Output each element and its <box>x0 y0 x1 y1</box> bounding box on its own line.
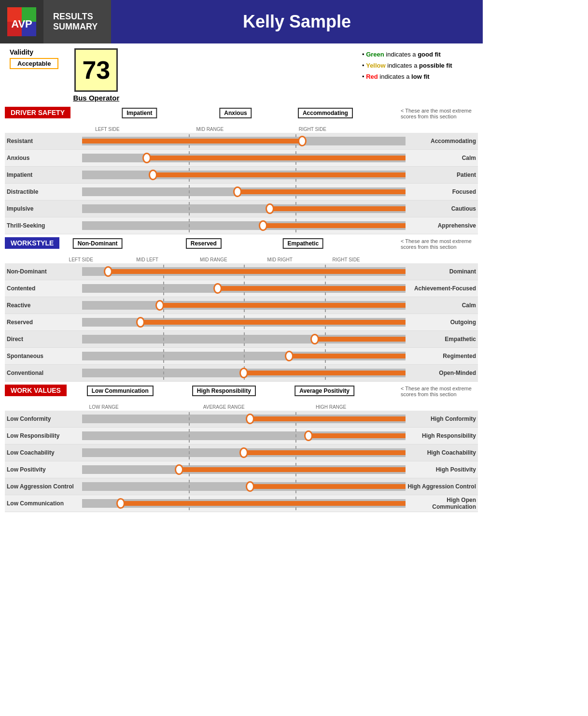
scale-header-label-2: Empathetic <box>282 238 323 249</box>
trait-row: DirectEmpathetic <box>5 331 478 348</box>
candidate-name-area: Kelly Sample <box>111 0 483 43</box>
red-label: Red <box>366 73 378 80</box>
scale-header-label-1: Reserved <box>186 238 222 249</box>
trait-left-label: Distractible <box>5 188 82 195</box>
trait-row: DistractibleFocused <box>5 184 478 200</box>
score-label: Bus Operator <box>73 94 119 102</box>
section-badge-driver_safety: DRIVER SAFETY <box>5 107 70 118</box>
trait-right-label: Empathetic <box>406 336 478 343</box>
scale-headers-driver_safety: ImpatientAnxiousAccommodatingLEFT SIDEMI… <box>75 107 396 132</box>
trait-row: AnxiousCalm <box>5 150 478 167</box>
extreme-note-driver_safety: < These are the most extreme scores from… <box>401 107 478 119</box>
sub-label: AVERAGE RANGE <box>203 404 245 410</box>
logo-area: AVP <box>0 0 43 43</box>
bar-area <box>82 185 406 199</box>
trait-left-label: Conventional <box>5 370 82 376</box>
yellow-label: Yellow <box>366 62 385 69</box>
trait-left-label: Low Communication <box>5 500 82 507</box>
trait-left-label: Reserved <box>5 319 82 326</box>
bar-area <box>82 429 406 443</box>
sub-label: MID RIGHT <box>267 257 293 262</box>
trait-right-label: Regimented <box>406 353 478 359</box>
trait-row: ResistantAccommodating <box>5 133 478 150</box>
trait-row: Low ResponsibilityHigh Responsibility <box>5 428 478 444</box>
section-work_values: WORK VALUESLow CommunicationHigh Respons… <box>5 385 478 512</box>
trait-row: Low CommunicationHigh Open Communication <box>5 495 478 512</box>
candidate-name: Kelly Sample <box>243 12 351 32</box>
trait-right-label: Apprehensive <box>406 222 478 229</box>
bar-area <box>82 463 406 476</box>
trait-left-label: Thrill-Seeking <box>5 222 82 229</box>
results-line1: RESULTS <box>53 12 101 22</box>
trait-right-label: High Open Communication <box>406 497 478 510</box>
validity-badge: Acceptable <box>10 58 58 69</box>
trait-right-label: High Aggression Control <box>406 483 478 490</box>
trait-right-label: Patient <box>406 172 478 178</box>
trait-left-label: Impatient <box>5 172 82 178</box>
trait-left-label: Spontaneous <box>5 353 82 359</box>
sub-label: LOW RANGE <box>89 404 119 410</box>
bar-area <box>82 168 406 182</box>
header: AVP RESULTS SUMMARY Kelly Sample <box>0 0 483 43</box>
section-header-workstyle: WORKSTYLENon-DominantReservedEmpatheticL… <box>5 237 478 262</box>
section-header-driver_safety: DRIVER SAFETYImpatientAnxiousAccommodati… <box>5 107 478 132</box>
trait-right-label: High Conformity <box>406 415 478 422</box>
score-section: 73 Bus Operator <box>73 48 119 102</box>
scale-header-label-0: Impatient <box>122 108 157 118</box>
bar-area <box>82 202 406 215</box>
trait-left-label: Resistant <box>5 138 82 144</box>
trait-left-label: Reactive <box>5 302 82 309</box>
bar-area <box>82 497 406 510</box>
green-label: Green <box>366 51 384 58</box>
bar-area <box>82 349 406 363</box>
sub-label: MID RANGE <box>196 127 224 132</box>
trait-right-label: High Responsibility <box>406 432 478 439</box>
trait-left-label: Low Positivity <box>5 466 82 473</box>
bar-area <box>82 480 406 493</box>
trait-row: ReservedOutgoing <box>5 314 478 331</box>
extreme-note-workstyle: < These are the most extreme scores from… <box>401 237 478 250</box>
section-badge-work_values: WORK VALUES <box>5 385 67 396</box>
trait-right-label: Calm <box>406 155 478 161</box>
trait-row: ImpulsiveCautious <box>5 200 478 217</box>
bar-area <box>82 412 406 426</box>
validity-section: Validity Acceptable <box>10 48 58 69</box>
sub-label: RIGHT SIDE <box>332 257 360 262</box>
section-header-work_values: WORK VALUESLow CommunicationHigh Respons… <box>5 385 478 410</box>
trait-row: Low CoachabilityHigh Coachability <box>5 444 478 461</box>
bar-area <box>82 366 406 380</box>
scale-header-label-1: Anxious <box>219 108 252 118</box>
scale-header-label-2: Average Positivity <box>294 386 354 396</box>
section-driver_safety: DRIVER SAFETYImpatientAnxiousAccommodati… <box>5 107 478 234</box>
sub-label: LEFT SIDE <box>95 127 119 132</box>
trait-left-label: Low Conformity <box>5 415 82 422</box>
trait-row: Low Aggression ControlHigh Aggression Co… <box>5 478 478 495</box>
scale-headers-workstyle: Non-DominantReservedEmpatheticLEFT SIDEM… <box>64 237 396 262</box>
trait-row: ContentedAchievement-Focused <box>5 280 478 297</box>
scale-header-label-1: High Responsibility <box>192 386 256 396</box>
trait-right-label: High Positivity <box>406 466 478 473</box>
results-line2: SUMMARY <box>53 22 101 32</box>
trait-right-label: Outgoing <box>406 319 478 326</box>
scale-header-label-0: Non-Dominant <box>73 238 123 249</box>
scale-header-label-0: Low Communication <box>87 386 154 396</box>
trait-row: ImpatientPatient <box>5 167 478 184</box>
results-title: RESULTS SUMMARY <box>43 0 111 43</box>
trait-row: Non-DominantDominant <box>5 263 478 280</box>
bar-area <box>82 332 406 346</box>
trait-right-label: Calm <box>406 302 478 309</box>
bar-area <box>82 134 406 148</box>
sub-label: MID RANGE <box>200 257 227 262</box>
bar-area <box>82 282 406 295</box>
bar-area <box>82 265 406 278</box>
trait-row: Low ConformityHigh Conformity <box>5 411 478 428</box>
sub-label: LEFT SIDE <box>69 257 93 262</box>
trait-left-label: Non-Dominant <box>5 268 82 275</box>
section-badge-workstyle: WORKSTYLE <box>5 237 59 249</box>
legend-green: • Green indicates a good fit <box>362 51 473 58</box>
trait-left-label: Low Coachability <box>5 449 82 456</box>
trait-right-label: Open-Minded <box>406 370 478 376</box>
trait-row: Thrill-SeekingApprehensive <box>5 217 478 234</box>
trait-left-label: Impulsive <box>5 205 82 212</box>
trait-row: ConventionalOpen-Minded <box>5 365 478 382</box>
